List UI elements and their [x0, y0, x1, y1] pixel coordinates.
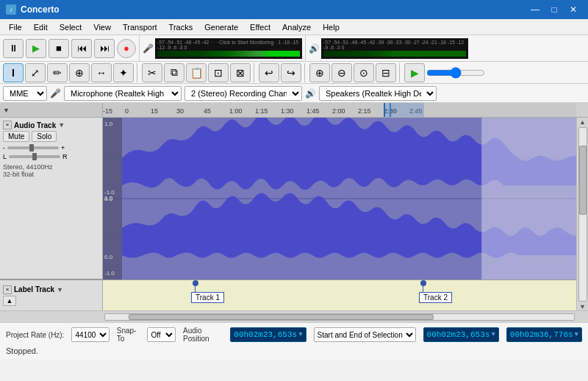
track1-label: Track 1	[191, 280, 224, 303]
host-select[interactable]: MME	[3, 86, 47, 101]
scroll-down-arrow[interactable]: ▼	[579, 303, 586, 310]
menu-transport[interactable]: Transport	[117, 21, 163, 33]
input-level-meter: -57 -54 -51 -48 -45 -42 · · · Click to S…	[155, 38, 302, 59]
h-scroll-track[interactable]	[103, 311, 576, 322]
gain-slider[interactable]	[7, 146, 59, 149]
undo-button[interactable]: ↩	[259, 63, 279, 82]
forward-button[interactable]: ⏭	[94, 39, 115, 58]
tool-envelope[interactable]: ⤢	[25, 63, 46, 82]
title-bar: ♪ Concerto — □ ✕	[0, 0, 588, 19]
menu-edit[interactable]: Edit	[28, 21, 54, 33]
label-track-expand[interactable]: ▲	[3, 296, 16, 306]
status-text: Stopped.	[6, 346, 38, 355]
app-icon: ♪	[6, 4, 16, 15]
menu-analyze[interactable]: Analyze	[276, 21, 317, 33]
pause-button[interactable]: ⏸	[3, 39, 24, 58]
audio-position-label: Audio Position	[183, 327, 223, 343]
selection-start-display[interactable]: 00h02m23,653s ▼	[423, 327, 499, 342]
audio-position-display[interactable]: 00h02m23,653s ▼	[230, 327, 306, 342]
redo-button[interactable]: ↪	[281, 63, 301, 82]
tool-multi[interactable]: ✦	[113, 63, 134, 82]
sel-start-dropdown[interactable]: ▼	[491, 331, 495, 338]
speaker-icon: 🔊	[309, 43, 320, 54]
output-device-select[interactable]: Speakers (Realtek High Definiti	[319, 86, 437, 101]
svg-text:15: 15	[151, 107, 158, 115]
copy-button[interactable]: ⧉	[164, 63, 184, 82]
svg-text:0: 0	[125, 107, 129, 115]
window-controls: — □ ✕	[526, 3, 582, 16]
menu-help[interactable]: Help	[317, 21, 345, 33]
hscroll-corner-left	[0, 311, 103, 322]
playback-speed-slider[interactable]	[426, 67, 485, 79]
tool-zoom-in[interactable]: ⊕	[69, 63, 90, 82]
zoom-out-button[interactable]: ⊖	[331, 63, 352, 82]
silence-button[interactable]: ⊠	[230, 63, 251, 82]
pan-right-label: R	[62, 153, 68, 160]
tool-timeshift[interactable]: ↔	[91, 63, 112, 82]
track2-label-text: Track 2	[419, 292, 452, 303]
menu-bar: File Edit Select View Transport Tracks G…	[0, 19, 588, 35]
snap-to-select[interactable]: Off	[147, 327, 176, 342]
project-rate-label: Project Rate (Hz):	[6, 331, 64, 339]
svg-text:1:45: 1:45	[306, 107, 320, 115]
h-scroll-thumb[interactable]	[129, 314, 434, 320]
menu-effect[interactable]: Effect	[244, 21, 276, 33]
rewind-button[interactable]: ⏮	[71, 39, 92, 58]
trim-button[interactable]: ⊡	[208, 63, 229, 82]
scroll-up-arrow[interactable]: ▲	[579, 118, 586, 126]
tool-pencil[interactable]: ✏	[47, 63, 68, 82]
zoom-in-button[interactable]: ⊕	[309, 63, 330, 82]
v-scroll-track[interactable]	[578, 127, 587, 302]
audio-track-close[interactable]: ×	[3, 121, 12, 129]
play-button[interactable]: ▶	[26, 39, 46, 58]
audio-track-menu[interactable]: ▼	[58, 121, 65, 129]
waveform-svg	[103, 118, 576, 279]
menu-view[interactable]: View	[87, 21, 117, 33]
zoom-sel-button[interactable]: ⊙	[354, 63, 374, 82]
zoom-fit-button[interactable]: ⊟	[376, 63, 396, 82]
close-button[interactable]: ✕	[564, 3, 582, 16]
menu-generate[interactable]: Generate	[198, 21, 244, 33]
label-track-close[interactable]: ×	[3, 285, 12, 294]
label-track-name: Label Track	[14, 285, 54, 293]
timeline-svg: -15 0 15 30 45 1:00 1:15 1:30 1:45 2:00 …	[103, 103, 576, 117]
menu-file[interactable]: File	[3, 21, 28, 33]
input-device-select[interactable]: Microphone (Realtek High Defini	[64, 86, 182, 101]
menu-select[interactable]: Select	[54, 21, 88, 33]
svg-text:30: 30	[176, 107, 184, 115]
project-rate-select[interactable]: 44100	[71, 327, 109, 342]
scrollbar-corner	[576, 103, 588, 117]
bottom-controls: Project Rate (Hz): 44100 Snap-To Off Aud…	[6, 325, 582, 344]
h-scrollbar-bg[interactable]	[104, 313, 575, 321]
play-green-button[interactable]: ▶	[404, 63, 425, 82]
solo-button[interactable]: Solo	[32, 131, 57, 142]
label-track-menu[interactable]: ▼	[57, 286, 63, 293]
channels-select[interactable]: 2 (Stereo) Recording Channels	[184, 86, 302, 101]
vertical-scrollbar[interactable]: ▲ ▼	[576, 118, 588, 310]
y-axis: 1.0 0.0 -1.0 1.0 0.0 -1.0	[103, 118, 122, 279]
svg-text:-15: -15	[103, 107, 112, 115]
title-bar-left: ♪ Concerto	[6, 4, 60, 15]
track1-label-text: Track 1	[191, 292, 224, 303]
snap-toggle[interactable]: ▼	[3, 107, 10, 114]
selection-type-select[interactable]: Start and End of Selection	[314, 327, 416, 342]
maximize-button[interactable]: □	[545, 3, 563, 16]
tool-select[interactable]: I	[3, 63, 24, 82]
mute-button[interactable]: Mute	[3, 131, 29, 142]
pan-slider[interactable]	[9, 155, 60, 158]
mic-device-icon: 🎤	[50, 88, 61, 99]
svg-text:2:15: 2:15	[358, 107, 371, 115]
sel-end-dropdown[interactable]: ▼	[575, 331, 578, 338]
minimize-button[interactable]: —	[526, 3, 544, 16]
track2-label: Track 2	[419, 280, 452, 303]
stop-button[interactable]: ■	[49, 39, 69, 58]
menu-tracks[interactable]: Tracks	[163, 21, 199, 33]
selection-end-display[interactable]: 00h02m36,776s ▼	[506, 327, 582, 342]
waveform-container: 1.0 0.0 -1.0 1.0 0.0 -1.0	[103, 118, 576, 310]
v-scroll-thumb[interactable]	[579, 146, 587, 215]
record-button[interactable]: ●	[117, 39, 136, 58]
audio-pos-dropdown[interactable]: ▼	[298, 331, 302, 338]
paste-button[interactable]: 📋	[186, 63, 207, 82]
svg-text:2:00: 2:00	[332, 107, 345, 115]
cut-button[interactable]: ✂	[142, 63, 162, 82]
